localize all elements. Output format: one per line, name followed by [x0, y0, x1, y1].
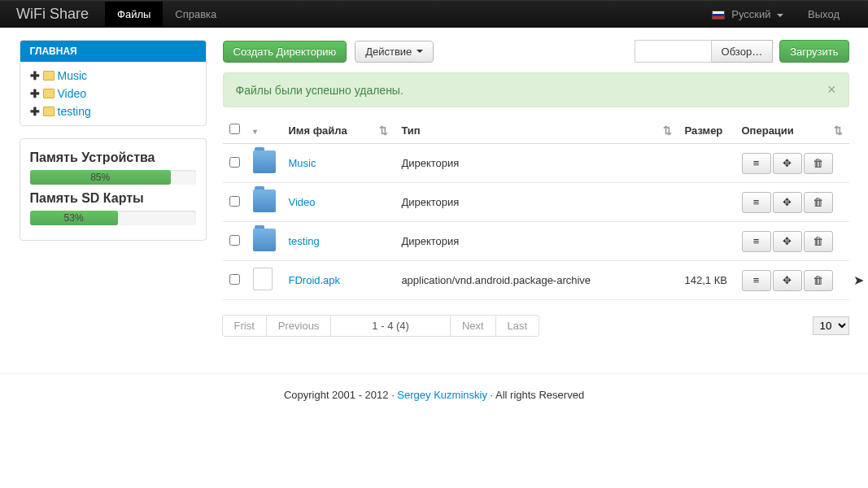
caret-down-icon [777, 14, 783, 17]
page-info: 1 - 4 (4) [330, 315, 451, 337]
page-first[interactable]: Frist [222, 315, 267, 337]
tree-link[interactable]: Music [58, 69, 88, 82]
delete-button[interactable]: 🗑 [804, 270, 833, 291]
delete-button[interactable]: 🗑 [804, 192, 833, 213]
list-button[interactable]: ≡ [742, 231, 771, 252]
file-size [678, 144, 735, 183]
expand-icon[interactable]: ✚ [30, 105, 40, 118]
page-last[interactable]: Last [495, 315, 540, 337]
page-size-select[interactable]: 10 [813, 316, 849, 335]
progress-bar: 85% [30, 170, 171, 185]
storage-title: Память Устройства [30, 150, 196, 165]
table-row: MusicДиректория≡✥🗑 [223, 144, 849, 183]
storage-progress: 53% [30, 211, 196, 225]
tree-item[interactable]: ✚ Video [20, 85, 206, 102]
page-next[interactable]: Next [450, 315, 496, 337]
move-button[interactable]: ✥ [773, 192, 802, 213]
alert-close-button[interactable]: × [827, 81, 836, 98]
folder-icon [253, 229, 276, 251]
move-button[interactable]: ✥ [773, 231, 802, 252]
language-label: Русский [731, 8, 770, 20]
page-previous[interactable]: Previous [266, 315, 332, 337]
action-dropdown[interactable]: Действие [355, 41, 434, 63]
sort-icon[interactable]: ▾ [253, 127, 257, 136]
folder-icon [43, 89, 55, 98]
move-button[interactable]: ✥ [773, 270, 802, 291]
list-button[interactable]: ≡ [742, 153, 771, 174]
table-row: testingДиректория≡✥🗑 [223, 222, 849, 261]
tree-link[interactable]: Video [58, 87, 87, 100]
storage-panel: Память Устройства85%Память SD Карты53% [20, 138, 207, 241]
file-size [678, 183, 735, 222]
file-input[interactable] [635, 40, 712, 63]
caret-down-icon [417, 50, 423, 53]
folder-icon [43, 107, 55, 116]
brand: WiFi Share [16, 6, 105, 23]
logout-link[interactable]: Выход [796, 2, 852, 27]
sort-icon: ⇅ [834, 124, 843, 137]
storage-title: Память SD Карты [30, 191, 196, 206]
nav-files[interactable]: Файлы [105, 2, 163, 27]
row-checkbox[interactable] [229, 235, 240, 246]
file-size [678, 222, 735, 261]
language-dropdown[interactable]: Русский [700, 2, 796, 27]
expand-icon[interactable]: ✚ [30, 69, 40, 82]
list-button[interactable]: ≡ [742, 270, 771, 291]
file-size: 142,1 КВ [678, 261, 735, 300]
file-type: Директория [395, 144, 678, 183]
author-link[interactable]: Sergey Kuzminskiy [397, 389, 487, 401]
browse-button[interactable]: Обзор… [712, 40, 774, 63]
table-row: VideoДиректория≡✥🗑 [223, 183, 849, 222]
create-directory-button[interactable]: Создать Директорию [223, 41, 347, 63]
cursor-icon: ➤ [853, 272, 864, 288]
delete-button[interactable]: 🗑 [804, 231, 833, 252]
select-all-checkbox[interactable] [229, 124, 240, 134]
row-checkbox[interactable] [229, 196, 240, 207]
files-table: ▾ Имя файла⇅ Тип⇅ Размер Операции⇅ Music… [223, 117, 849, 300]
file-type: Директория [395, 222, 678, 261]
tree-item[interactable]: ✚ testing [20, 102, 206, 120]
footer: Copyright 2001 - 2012 · Sergey Kuzminski… [0, 373, 868, 416]
table-row: FDroid.apkapplication/vnd.android.packag… [223, 261, 849, 300]
copyright-post: · All rights Reserved [487, 389, 584, 401]
file-name-link[interactable]: Music [289, 157, 316, 169]
alert-message: Файлы были успешно удалены. [236, 84, 403, 97]
row-checkbox[interactable] [229, 274, 240, 285]
success-alert: Файлы были успешно удалены. × [223, 72, 849, 107]
tree-link[interactable]: testing [58, 105, 91, 118]
sort-icon: ⇅ [663, 124, 672, 137]
pagination: Frist Previous 1 - 4 (4) Next Last 10 [223, 315, 849, 337]
folder-icon [43, 71, 55, 81]
home-header[interactable]: ГЛАВНАЯ [20, 41, 206, 62]
col-name[interactable]: Имя файла⇅ [282, 117, 395, 144]
copyright-pre: Copyright 2001 - 2012 · [284, 389, 397, 401]
sort-icon: ⇅ [379, 124, 388, 137]
expand-icon[interactable]: ✚ [30, 87, 40, 100]
tree-item[interactable]: ✚ Music [20, 67, 206, 85]
file-name-link[interactable]: FDroid.apk [289, 274, 341, 286]
file-icon [253, 268, 273, 290]
col-ops[interactable]: Операции⇅ [735, 117, 849, 144]
navbar: WiFi Share Файлы Справка Русский Выход [0, 0, 868, 28]
col-size[interactable]: Размер [678, 117, 735, 144]
nav-tree-panel: ГЛАВНАЯ ✚ Music✚ Video✚ testing [20, 40, 207, 126]
col-type[interactable]: Тип⇅ [395, 117, 678, 144]
progress-bar: 53% [30, 211, 118, 225]
folder-icon [253, 190, 276, 212]
list-button[interactable]: ≡ [742, 192, 771, 213]
row-checkbox[interactable] [229, 157, 240, 168]
flag-ru-icon [712, 11, 725, 20]
file-name-link[interactable]: Video [289, 196, 316, 208]
upload-button[interactable]: Загрузить [779, 40, 848, 63]
file-type: Директория [395, 183, 678, 222]
move-button[interactable]: ✥ [773, 153, 802, 174]
nav-help[interactable]: Справка [163, 2, 229, 27]
delete-button[interactable]: 🗑 [804, 153, 833, 174]
folder-icon [253, 150, 276, 173]
storage-progress: 85% [30, 170, 196, 185]
file-type: application/vnd.android.package-archive [395, 261, 678, 300]
file-name-link[interactable]: testing [289, 235, 320, 247]
action-label: Действие [365, 46, 412, 58]
